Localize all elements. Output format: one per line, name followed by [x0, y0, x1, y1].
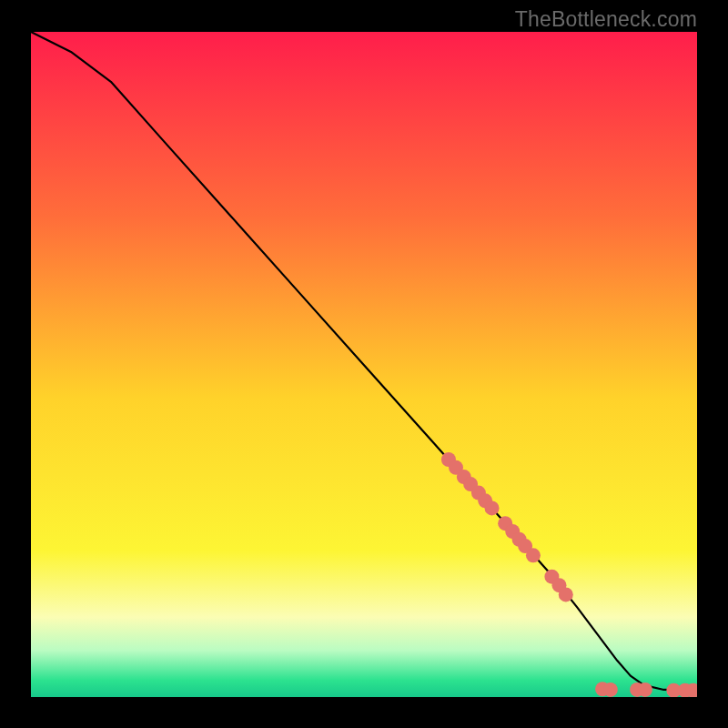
data-point [526, 548, 541, 562]
chart-stage: TheBottleneck.com [0, 0, 728, 728]
data-point [559, 587, 573, 602]
data-point [638, 682, 652, 697]
watermark-text: TheBottleneck.com [515, 7, 697, 32]
data-point [485, 500, 500, 515]
data-point [603, 682, 618, 697]
chart-svg [31, 32, 697, 697]
plot-area [31, 32, 697, 697]
